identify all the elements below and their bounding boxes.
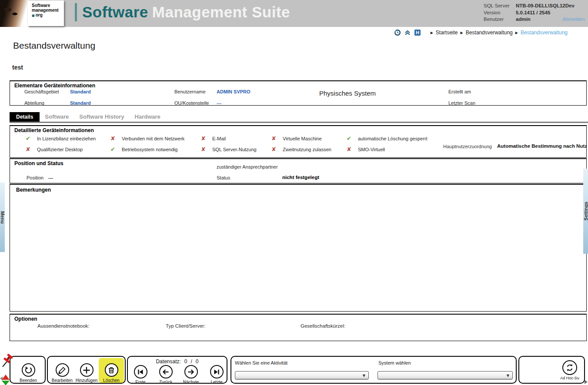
cross-icon	[271, 146, 278, 153]
system-type: Physisches System	[319, 90, 376, 97]
toolbar-group-selectors: Wählen Sie eine Aktivität System wählen …	[231, 356, 517, 384]
username-label: Benutzername	[174, 89, 206, 94]
business-area-label: Geschäftsgebiet	[24, 89, 59, 94]
username-value[interactable]: ADMIN SVPRO	[217, 89, 251, 94]
ou-value: ---	[217, 100, 221, 106]
brand-secondary: Management Suite	[152, 3, 290, 21]
skip-last-icon	[213, 368, 220, 376]
refresh-icon	[565, 363, 574, 372]
menu-side-tab[interactable]: Menu	[0, 183, 5, 252]
record-counter-label: Datensatz:	[156, 358, 180, 365]
activity-select[interactable]: ▼	[235, 371, 369, 379]
app-header: Software management ■org Software Manage…	[0, 0, 588, 27]
org-bullet-icon: ■	[32, 14, 35, 17]
pushpin-icon[interactable]	[1, 354, 14, 368]
cross-icon	[110, 135, 117, 142]
toolbar-group-edit: Bearbeiten Hinzufügen Löschen	[47, 356, 126, 384]
trash-icon	[107, 366, 115, 374]
app-brand: Software Management Suite	[75, 3, 290, 21]
last-scan-label: Letzter Scan	[448, 100, 475, 106]
scroll-up-icon[interactable]	[2, 375, 10, 380]
tab-software[interactable]: Software	[40, 112, 74, 122]
plus-icon	[83, 366, 90, 374]
flag-zweitnutzung: Zweitnutzung zulassen	[271, 146, 331, 153]
main-user-value: Automatische Bestimmung nach Nutzun	[497, 143, 587, 149]
beenden-button[interactable]: Beenden	[16, 363, 41, 383]
check-icon	[347, 135, 354, 142]
header-photo	[0, 0, 29, 27]
letzte-button[interactable]: Letzte	[204, 365, 229, 385]
scroll-down-icon[interactable]	[2, 381, 10, 385]
main-user-label: Hauptnutzerzuordnung	[443, 144, 492, 149]
cross-icon	[26, 146, 33, 153]
flag-virtuelle-maschine: Virtuelle Maschine	[271, 135, 322, 143]
org-logo-line3: org	[36, 13, 43, 17]
position-status-title: Position und Status	[14, 160, 63, 166]
sql-server-value: NTB-09-DELL\SQL12Dev	[516, 3, 575, 10]
remarks-panel[interactable]: Bemerkungen	[10, 184, 587, 312]
ou-label: OU/Kostenstelle	[174, 100, 209, 106]
options-panel: Optionen Aussendienstnotebook: Typ Clien…	[10, 314, 587, 341]
clock-icon[interactable]	[394, 29, 401, 36]
business-area-value[interactable]: Standard	[70, 89, 91, 94]
version-label: Version	[484, 10, 516, 17]
department-value[interactable]: Standard	[70, 100, 91, 106]
client-server-type-label: Typ Client/Server:	[166, 323, 205, 329]
tab-divider	[10, 122, 588, 123]
detailed-info-panel: Detaillierte Geräteinformationen In Lize…	[10, 125, 587, 158]
breadcrumb-item-current[interactable]: Bestandsverwaltung	[521, 30, 568, 36]
check-icon	[26, 135, 33, 142]
toolbar-group-adhoc: Ad Hoc-Su	[518, 356, 585, 384]
notebook-label: Aussendienstnotebook:	[37, 323, 90, 329]
department-label: Abteilung	[24, 100, 44, 106]
position-value: ---	[48, 175, 53, 180]
breadcrumb-arrow-icon: ▶	[461, 31, 463, 35]
tab-hardware[interactable]: Hardware	[130, 112, 166, 122]
tab-bar: Details Software Software History Hardwa…	[10, 112, 166, 122]
skip-first-icon	[137, 368, 144, 376]
arrow-right-icon	[187, 368, 195, 376]
breadcrumb-item-startseite[interactable]: Startseite	[436, 30, 458, 36]
detailed-info-title: Detaillierte Geräteinformationen	[14, 127, 94, 133]
record-separator: /	[191, 358, 192, 365]
adhoc-button[interactable]: Ad Hoc-Su	[556, 360, 584, 380]
org-logo-line2: management	[32, 8, 62, 13]
settings-side-tab[interactable]: Settings	[583, 169, 588, 254]
expand-right-icon[interactable]	[585, 380, 588, 384]
undo-icon	[24, 366, 33, 374]
elementary-info-panel: Elementare Geräteinformationen Geschäfts…	[10, 80, 587, 106]
home-chevrons-icon[interactable]	[404, 29, 411, 36]
brand-divider-bar	[75, 3, 77, 21]
help-icon[interactable]: H	[414, 29, 421, 36]
record-counter: Datensatz:0/0	[128, 358, 227, 365]
breadcrumb-arrow-icon: ▶	[515, 31, 518, 35]
sql-server-label: SQL Server	[484, 3, 516, 10]
chevron-down-icon: ▼	[507, 374, 509, 378]
toolbar-group-exit: Beenden	[10, 356, 46, 384]
naechste-button[interactable]: Nächste	[178, 365, 204, 385]
tab-software-history[interactable]: Software History	[74, 112, 129, 122]
page-title: Bestandsverwaltung	[13, 40, 95, 51]
system-select[interactable]: ▼	[378, 371, 513, 379]
cross-icon	[201, 135, 208, 142]
cross-icon	[347, 146, 354, 153]
breadcrumb-item-bestandsverwaltung[interactable]: Bestandsverwaltung	[466, 30, 513, 36]
contact-label: zuständiger Ansprechpartner	[217, 164, 278, 169]
tab-details[interactable]: Details	[10, 112, 40, 122]
erste-button[interactable]: Erste	[128, 365, 153, 385]
company-code-label: Gesellschaftskürzel:	[301, 323, 345, 329]
hinzufuegen-button[interactable]: Hinzufügen	[74, 363, 99, 383]
system-select-label: System wählen	[378, 360, 411, 365]
svg-text:H: H	[416, 30, 419, 35]
position-status-panel: Position und Status zuständiger Ansprech…	[10, 158, 587, 183]
logout-link[interactable]: Abmelden	[562, 16, 585, 23]
position-label: Position	[27, 175, 43, 180]
chevron-down-icon: ▼	[363, 374, 365, 378]
brand-primary: Software	[82, 3, 148, 21]
flag-qualifizierter-desktop: Qualifizierter Desktop	[26, 146, 83, 153]
zurueck-button[interactable]: Zurück	[153, 365, 178, 385]
loeschen-button[interactable]: Löschen	[99, 358, 124, 383]
bearbeiten-button[interactable]: Bearbeiten	[50, 363, 75, 383]
record-current: 0	[184, 358, 187, 365]
cross-icon	[201, 146, 208, 153]
